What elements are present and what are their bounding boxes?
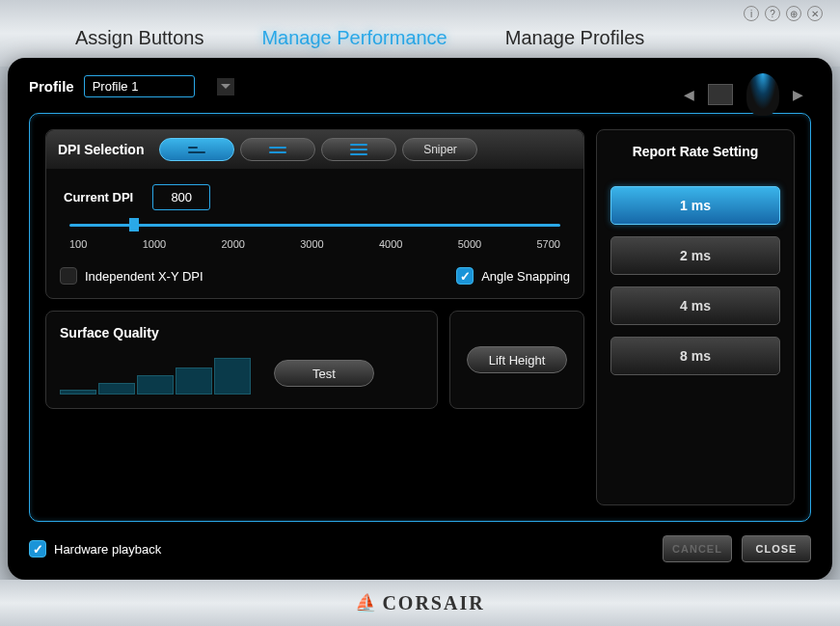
dpi-selection-title: DPI Selection bbox=[58, 142, 144, 157]
dpi-tick: 5000 bbox=[458, 238, 481, 250]
dpi-stage-1[interactable] bbox=[159, 138, 234, 161]
dpi-slider[interactable]: 100 1000 2000 3000 4000 5000 5700 bbox=[69, 224, 560, 250]
current-dpi-input[interactable]: 800 bbox=[152, 184, 210, 210]
angle-snapping-label: Angle Snapping bbox=[481, 269, 570, 284]
corsair-logo-icon: ⛵ bbox=[355, 592, 376, 613]
cancel-button[interactable]: CANCEL bbox=[663, 535, 732, 562]
dpi-tick: 4000 bbox=[379, 238, 402, 250]
device-thumb-keyboard[interactable] bbox=[708, 84, 733, 105]
rate-4ms[interactable]: 4 ms bbox=[610, 286, 780, 325]
close-button[interactable]: CLOSE bbox=[742, 535, 811, 562]
surface-quality-title: Surface Quality bbox=[60, 325, 423, 340]
report-rate-box: Report Rate Setting 1 ms 2 ms 4 ms 8 ms bbox=[596, 129, 795, 505]
dpi-stage-2[interactable] bbox=[240, 138, 315, 161]
device-thumb-mouse[interactable] bbox=[746, 73, 779, 116]
tab-manage-performance[interactable]: Manage Performance bbox=[261, 27, 447, 49]
help-icon[interactable]: ? bbox=[765, 6, 780, 21]
prev-device-arrow[interactable]: ◀ bbox=[684, 87, 694, 102]
profile-selected-value: Profile 1 bbox=[93, 79, 139, 94]
dpi-tick: 1000 bbox=[143, 238, 166, 250]
dpi-tick: 3000 bbox=[300, 238, 323, 250]
dpi-slider-thumb[interactable] bbox=[129, 218, 139, 231]
rate-1ms[interactable]: 1 ms bbox=[610, 186, 780, 225]
brand-name: CORSAIR bbox=[382, 592, 484, 614]
profile-select[interactable]: Profile 1 bbox=[84, 75, 195, 97]
rate-8ms[interactable]: 8 ms bbox=[610, 337, 780, 375]
dpi-tick: 5700 bbox=[536, 238, 559, 250]
independent-xy-checkbox[interactable] bbox=[60, 267, 77, 285]
surface-quality-box: Surface Quality Test bbox=[45, 311, 438, 409]
dpi-selection-box: DPI Selection Sniper Current DPI 800 100… bbox=[45, 129, 584, 299]
dpi-tick: 2000 bbox=[221, 238, 244, 250]
performance-modal: Profile Profile 1 ◀ ▶ DPI Selection Snip… bbox=[8, 58, 832, 580]
dpi-tick: 100 bbox=[69, 238, 87, 250]
hardware-playback-label: Hardware playback bbox=[54, 542, 161, 557]
independent-xy-label: Independent X-Y DPI bbox=[85, 269, 203, 284]
globe-icon[interactable]: ⊕ bbox=[786, 6, 801, 21]
lift-height-button[interactable]: Lift Height bbox=[467, 346, 567, 373]
profile-label: Profile bbox=[29, 78, 74, 95]
close-window-icon[interactable]: ✕ bbox=[807, 6, 823, 21]
angle-snapping-checkbox[interactable] bbox=[456, 267, 474, 285]
sniper-button[interactable]: Sniper bbox=[402, 138, 477, 161]
test-button[interactable]: Test bbox=[274, 360, 374, 387]
info-icon[interactable]: i bbox=[744, 6, 759, 21]
main-tabs: Assign Buttons Manage Performance Manage… bbox=[0, 0, 840, 67]
lift-height-box: Lift Height bbox=[449, 311, 584, 409]
current-dpi-label: Current DPI bbox=[64, 190, 133, 204]
next-device-arrow[interactable]: ▶ bbox=[793, 87, 803, 102]
tab-manage-profiles[interactable]: Manage Profiles bbox=[505, 27, 645, 49]
tab-assign-buttons[interactable]: Assign Buttons bbox=[75, 27, 203, 49]
surface-quality-meter bbox=[60, 358, 251, 395]
dpi-stage-3[interactable] bbox=[321, 138, 396, 161]
hardware-playback-checkbox[interactable] bbox=[29, 540, 46, 558]
chevron-down-icon[interactable] bbox=[217, 78, 234, 95]
rate-2ms[interactable]: 2 ms bbox=[610, 236, 780, 275]
brand-footer: ⛵ CORSAIR bbox=[0, 580, 840, 626]
report-rate-title: Report Rate Setting bbox=[610, 144, 780, 159]
